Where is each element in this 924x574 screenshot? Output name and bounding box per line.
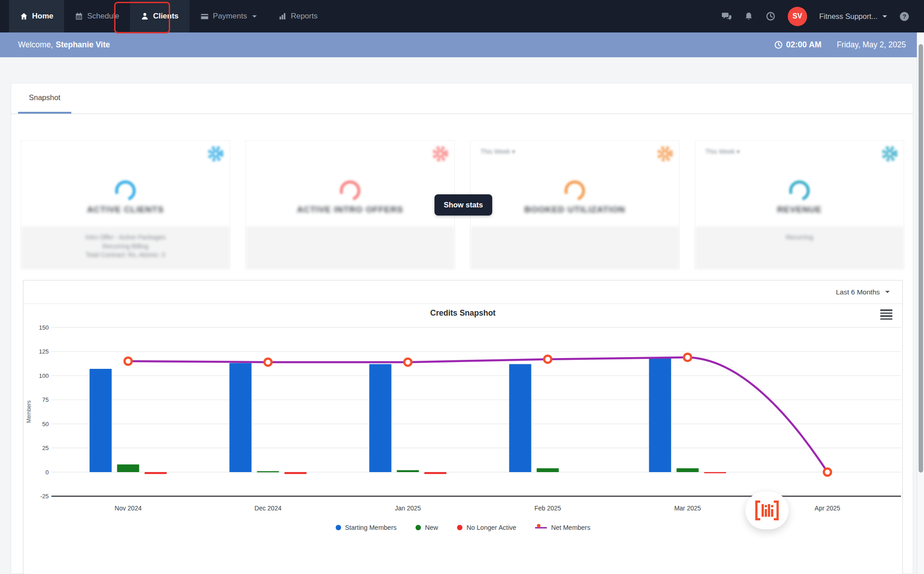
chart-menu-button[interactable] (880, 309, 892, 321)
svg-text:0: 0 (46, 469, 49, 476)
date-range-label: Last 6 Months (836, 288, 880, 296)
net-members-marker-icon (535, 524, 547, 531)
svg-text:Nov 2024: Nov 2024 (115, 505, 142, 512)
legend-dot-icon (416, 525, 421, 530)
legend-label: New (425, 524, 438, 531)
loading-spinner-icon (336, 177, 364, 204)
nav-item-label: Schedule (87, 12, 119, 21)
card-period-dropdown[interactable]: This Week ▾ (480, 148, 515, 155)
barcode-logo-icon (755, 501, 779, 520)
nav-item-label: Payments (213, 12, 247, 21)
gear-icon[interactable] (880, 144, 899, 165)
svg-text:25: 25 (42, 445, 49, 451)
nav-item-reports[interactable]: Reports (268, 0, 328, 32)
stat-card-title: ACTIVE CLIENTS (21, 205, 230, 215)
stat-card-main: ACTIVE INTRO OFFERS (246, 141, 454, 226)
legend-item-net-members[interactable]: Net Members (535, 524, 590, 531)
welcome-right: 02:00 AM Friday, May 2, 2025 (774, 40, 906, 50)
chevron-down-icon (885, 291, 890, 293)
nav-item-clients[interactable]: Clients (130, 0, 189, 32)
person-icon (141, 12, 149, 20)
nav-item-label: Home (32, 12, 53, 21)
loading-spinner-icon (785, 177, 813, 204)
home-icon (20, 12, 28, 20)
svg-text:Dec 2024: Dec 2024 (254, 505, 282, 512)
tab-snapshot[interactable]: Snapshot (18, 83, 71, 114)
svg-text:50: 50 (42, 421, 49, 427)
current-time: 02:00 AM (774, 40, 821, 50)
bell-icon[interactable] (744, 12, 753, 21)
svg-text:?: ? (902, 13, 906, 20)
gear-icon[interactable] (431, 144, 450, 165)
stat-card-footer-line: Intro Offer - Active Packages (21, 233, 230, 242)
stat-card-title: BOOKED UTILIZATION (471, 205, 679, 215)
stat-card-footer (471, 226, 679, 269)
loading-spinner-icon (111, 177, 139, 204)
stat-card-footer-line: Recurring Billing (21, 242, 230, 251)
chat-icon[interactable] (721, 11, 732, 22)
svg-text:Feb 2025: Feb 2025 (534, 505, 561, 512)
clock-icon (774, 41, 783, 49)
chart-panel-header: Last 6 Months (23, 280, 902, 304)
stat-card-footer-line: Recurring (695, 233, 904, 242)
legend-item-new[interactable]: New (416, 524, 438, 531)
stat-card-revenue: This Week ▾REVENUERecurring (695, 140, 904, 269)
calendar-icon (75, 12, 83, 20)
legend-dot-icon (457, 525, 462, 530)
current-date: Friday, May 2, 2025 (837, 40, 906, 50)
nav-item-label: Clients (153, 12, 179, 21)
main-panel: Snapshot ACTIVE CLIENTSIntro Offer - Act… (11, 83, 913, 574)
app-root: HomeScheduleClientsPaymentsReports SV Fi… (0, 0, 924, 574)
svg-text:Apr 2025: Apr 2025 (815, 505, 841, 512)
loading-spinner-icon (561, 177, 588, 204)
legend-item-starting-members[interactable]: Starting Members (336, 524, 397, 531)
stat-card-footer-line: Total Contract: Rs, Atomic: 0 (21, 251, 230, 260)
card-period-dropdown[interactable]: This Week ▾ (705, 148, 740, 155)
chevron-down-icon (252, 15, 257, 18)
account-label: Fitness Support... (819, 12, 878, 21)
show-stats-button[interactable]: Show stats (434, 194, 492, 216)
welcome-greeting: Welcome, (18, 40, 53, 50)
nav-item-label: Reports (291, 12, 318, 21)
legend-label: No Longer Active (467, 524, 516, 531)
scrollbar-thumb[interactable] (919, 44, 923, 473)
stat-card-main: This Week ▾BOOKED UTILIZATION (471, 141, 679, 226)
history-clock-icon[interactable] (766, 11, 776, 21)
svg-text:Jan 2025: Jan 2025 (395, 505, 421, 512)
svg-text:Members: Members (26, 400, 32, 423)
gear-icon[interactable] (656, 144, 675, 165)
legend-label: Starting Members (345, 524, 397, 531)
svg-text:125: 125 (39, 348, 49, 355)
legend-item-no-longer-active[interactable]: No Longer Active (457, 524, 516, 531)
vertical-scrollbar[interactable] (917, 32, 924, 574)
svg-text:-25: -25 (40, 493, 49, 500)
chevron-down-icon (882, 15, 887, 18)
svg-text:150: 150 (39, 324, 49, 331)
credit-card-icon (200, 12, 209, 21)
stat-card-footer: Recurring (695, 226, 904, 269)
nav-item-schedule[interactable]: Schedule (64, 0, 130, 32)
loading-watermark-badge (745, 491, 789, 529)
date-range-selector[interactable]: Last 6 Months (836, 288, 890, 296)
legend-label: Net Members (551, 524, 590, 531)
stat-card-title: ACTIVE INTRO OFFERS (246, 205, 454, 215)
top-navigation: HomeScheduleClientsPaymentsReports SV Fi… (0, 0, 924, 32)
nav-item-payments[interactable]: Payments (189, 0, 268, 32)
legend-dot-icon (336, 525, 341, 530)
nav-right-cluster: SV Fitness Support... ? (721, 0, 924, 32)
help-icon[interactable]: ? (899, 11, 910, 22)
welcome-user-name: Stephanie Vite (55, 40, 110, 50)
nav-items: HomeScheduleClientsPaymentsReports (9, 0, 328, 32)
stat-card-footer (246, 226, 454, 269)
tab-row: Snapshot (11, 83, 913, 114)
welcome-bar: Welcome, Stephanie Vite 02:00 AM Friday,… (0, 32, 924, 57)
credits-snapshot-panel: Last 6 Months Credits Snapshot -25025507… (23, 280, 903, 574)
gear-icon[interactable] (206, 144, 225, 165)
account-menu[interactable]: Fitness Support... (819, 12, 887, 21)
nav-item-home[interactable]: Home (9, 0, 64, 32)
stat-card-active-intro-offers: ACTIVE INTRO OFFERS (245, 140, 455, 269)
chart-title: Credits Snapshot (23, 308, 902, 318)
avatar[interactable]: SV (788, 7, 807, 26)
stat-card-booked-utilization: This Week ▾BOOKED UTILIZATION (470, 140, 679, 269)
svg-text:Mar 2025: Mar 2025 (674, 505, 701, 512)
